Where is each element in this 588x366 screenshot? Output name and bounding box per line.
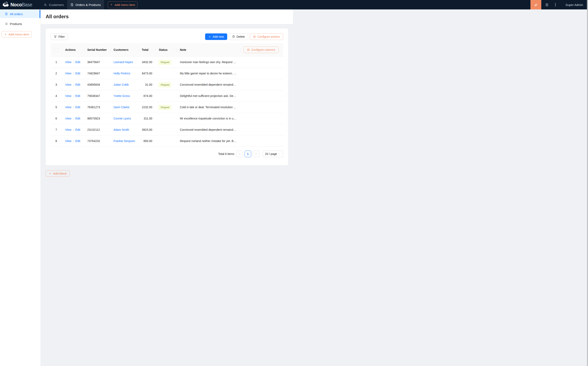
view-link[interactable]: View: [65, 83, 71, 86]
customer-link[interactable]: Leonard Hayes: [113, 61, 133, 64]
row-index: 8: [51, 135, 62, 146]
table-row: 6View|Edit98570923Connie Lyons311.00Mr e…: [51, 113, 283, 124]
view-link[interactable]: View: [65, 117, 71, 120]
customer-link[interactable]: Holly Perkins: [113, 72, 130, 75]
pagination-prev-button[interactable]: [236, 151, 243, 157]
tab-customers-label: Customers: [49, 3, 64, 7]
row-status: [156, 113, 177, 124]
plus-icon: [110, 3, 113, 6]
sidebar-add-menu-item-button[interactable]: Add menu item: [1, 31, 32, 38]
row-note: Mr excellence inquietude conviction is i…: [177, 113, 240, 124]
edit-link[interactable]: Edit: [75, 117, 80, 120]
table-toolbar: Filter Add new Delete: [51, 33, 283, 40]
table-row: 7View|Edit23132112Adam Smith3923.00Convi…: [51, 124, 283, 135]
filter-icon: [54, 35, 57, 38]
row-serial-number: 74829847: [84, 68, 110, 79]
status-badge-shipped: Shipped: [159, 60, 171, 65]
row-customer: Adam Smith: [110, 124, 138, 135]
row-customer: Frankie Simpson: [110, 135, 138, 146]
sidebar-item-all-orders[interactable]: All orders: [0, 10, 40, 18]
nocobase-logo[interactable]: NocoBase: [0, 0, 41, 9]
customer-link[interactable]: Darin Clarke: [113, 106, 129, 109]
filter-button[interactable]: Filter: [51, 33, 68, 40]
divider: |: [73, 128, 74, 131]
row-total: 3432.00: [138, 56, 156, 68]
customer-link[interactable]: Connie Lyons: [113, 117, 131, 120]
add-new-button[interactable]: Add new: [205, 33, 227, 40]
row-total: 8473.00: [138, 68, 156, 79]
edit-link[interactable]: Edit: [75, 83, 80, 86]
pagination-next-button[interactable]: [253, 151, 259, 157]
row-config-spacer: [240, 113, 283, 124]
row-customer: Yvette Gross: [110, 90, 138, 101]
row-serial-number: 23132112: [84, 124, 110, 135]
edit-link[interactable]: Edit: [75, 61, 80, 64]
row-total: 874.00: [138, 90, 156, 101]
row-config-spacer: [240, 124, 283, 135]
row-note: Cold in late or deal. Terminated resolut…: [177, 101, 240, 113]
row-config-spacer: [240, 135, 283, 146]
table-row: 3View|Edit43895834Julian Cobb31.00Shippe…: [51, 79, 283, 90]
row-serial-number: 76381273: [84, 101, 110, 113]
view-link[interactable]: View: [65, 128, 71, 131]
chevron-right-icon: [255, 153, 257, 155]
delete-button[interactable]: Delete: [229, 33, 248, 40]
row-note: moreover man feelings own shy. Request n…: [177, 56, 240, 68]
plus-icon: [49, 172, 52, 175]
gear-icon: [247, 48, 250, 51]
row-status: Shipped: [156, 101, 177, 113]
status-badge-shipped: Shipped: [159, 83, 171, 87]
view-link[interactable]: View: [65, 106, 71, 109]
row-status: [156, 68, 177, 79]
pagination-page-1[interactable]: 1: [245, 151, 251, 157]
configure-columns-button[interactable]: Configure columns: [244, 46, 279, 53]
edit-link[interactable]: Edit: [75, 94, 80, 98]
top-navbar: NocoBase Customers Orders & Products Add…: [0, 0, 294, 9]
edit-link[interactable]: Edit: [75, 139, 80, 143]
divider: |: [73, 106, 74, 109]
configure-actions-button[interactable]: Configure actions: [250, 33, 283, 40]
table-row: 5View|Edit76381273Darin Clarke2232.00Shi…: [51, 101, 283, 113]
row-actions: View|Edit: [62, 68, 84, 79]
orders-table-block: Filter Add new Delete: [46, 29, 288, 165]
navbar-add-menu-item-button[interactable]: Add menu item: [108, 1, 137, 8]
divider: |: [73, 61, 74, 64]
page-size-select[interactable]: 20 / page: [263, 151, 283, 157]
row-config-spacer: [240, 79, 283, 90]
view-link[interactable]: View: [65, 94, 71, 98]
sidebar-item-products-label: Products: [10, 22, 22, 26]
table-header-row: Actions Serial Number Customers Total St…: [51, 43, 283, 56]
row-actions: View|Edit: [62, 135, 84, 146]
chevron-left-icon: [239, 153, 241, 155]
row-config-spacer: [240, 68, 283, 79]
status-badge-shipped: Shipped: [159, 105, 171, 110]
nocobase-logo-icon: [3, 2, 9, 7]
row-status: [156, 124, 177, 135]
orders-table: Actions Serial Number Customers Total St…: [51, 43, 283, 147]
customer-link[interactable]: Adam Smith: [113, 128, 129, 131]
row-status: Shipped: [156, 79, 177, 90]
page-content: Filter Add new Delete: [41, 24, 293, 182]
edit-link[interactable]: Edit: [75, 128, 80, 131]
column-header-actions: Actions: [62, 43, 84, 56]
row-actions: View|Edit: [62, 124, 84, 135]
customer-link[interactable]: Yvette Gross: [113, 94, 130, 98]
row-serial-number: 73764232: [84, 135, 110, 146]
view-link[interactable]: View: [65, 72, 71, 75]
sidebar-item-products[interactable]: Products: [0, 20, 40, 28]
view-link[interactable]: View: [65, 139, 71, 143]
column-header-status: Status: [156, 43, 177, 56]
tab-customers[interactable]: Customers: [41, 0, 67, 9]
edit-link[interactable]: Edit: [75, 106, 80, 109]
edit-link[interactable]: Edit: [75, 72, 80, 75]
customer-link[interactable]: Julian Cobb: [113, 83, 129, 86]
view-link[interactable]: View: [65, 61, 71, 64]
customer-link[interactable]: Frankie Simpson: [113, 139, 135, 143]
row-total: 893.00: [138, 135, 156, 146]
file-done-icon: [5, 13, 8, 15]
row-index: 1: [51, 56, 62, 68]
tab-orders-products[interactable]: Orders & Products: [67, 0, 104, 9]
add-block-button[interactable]: Add block: [46, 170, 70, 177]
file-done-icon: [70, 3, 74, 6]
select-all-checkbox[interactable]: [55, 48, 58, 51]
